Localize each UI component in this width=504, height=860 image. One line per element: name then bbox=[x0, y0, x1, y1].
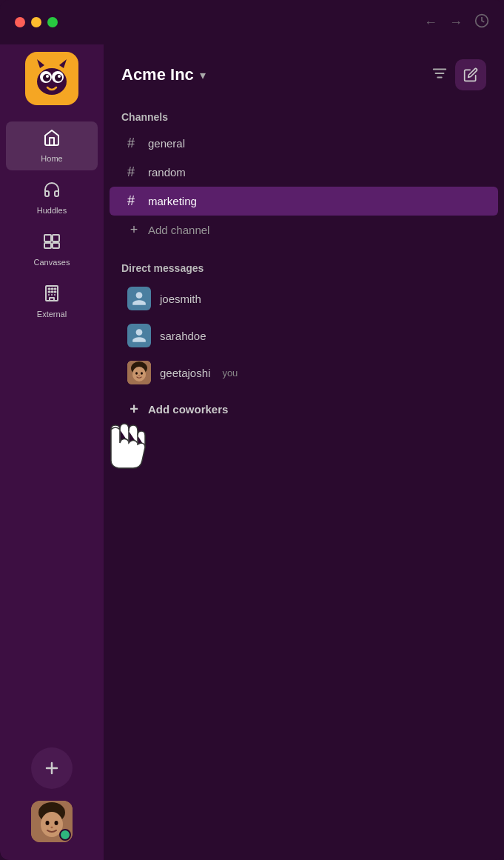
sidebar-item-external[interactable]: External bbox=[6, 277, 98, 326]
workspace-logo[interactable] bbox=[25, 52, 78, 105]
add-coworkers-item[interactable]: + Add coworkers bbox=[110, 394, 498, 424]
dm-name-sarahdoe: sarahdoe bbox=[160, 330, 206, 342]
compose-button[interactable] bbox=[455, 59, 486, 90]
channel-item-general[interactable]: # general bbox=[110, 129, 498, 158]
dm-name-geetajoshi: geetajoshi bbox=[160, 367, 210, 379]
channel-list-panel: Acme Inc ▾ bbox=[104, 44, 504, 860]
bottom-actions bbox=[0, 747, 104, 860]
channel-item-marketing[interactable]: # marketing bbox=[110, 187, 498, 216]
dm-name-joesmith: joesmith bbox=[160, 293, 201, 305]
sidebar-canvases-label: Canvases bbox=[34, 258, 70, 267]
hash-icon: # bbox=[127, 164, 141, 180]
filter-icon[interactable] bbox=[431, 65, 448, 85]
close-dot[interactable] bbox=[15, 17, 25, 27]
svg-point-50 bbox=[55, 821, 58, 825]
maximize-dot[interactable] bbox=[47, 17, 58, 27]
dm-section-label: Direct messages bbox=[104, 256, 504, 280]
titlebar: ← → bbox=[0, 0, 504, 44]
building-icon bbox=[43, 284, 61, 307]
avatar-sarahdoe bbox=[127, 324, 151, 347]
channel-panel-header: Acme Inc ▾ bbox=[104, 44, 504, 105]
svg-rect-12 bbox=[53, 235, 59, 241]
channel-name-general: general bbox=[148, 137, 185, 150]
svg-point-48 bbox=[41, 812, 63, 837]
svg-point-49 bbox=[46, 821, 50, 825]
window-controls bbox=[15, 17, 58, 27]
navigation-arrows: ← → bbox=[424, 13, 489, 32]
svg-rect-25 bbox=[50, 298, 54, 301]
avatar-joesmith bbox=[127, 287, 151, 310]
avatar-geetajoshi bbox=[127, 361, 151, 384]
svg-point-41 bbox=[135, 372, 138, 375]
add-coworkers-icon: + bbox=[127, 401, 141, 418]
hash-icon: # bbox=[127, 136, 141, 151]
dm-item-sarahdoe[interactable]: sarahdoe bbox=[110, 317, 498, 354]
forward-arrow-icon[interactable]: → bbox=[449, 15, 463, 30]
svg-rect-14 bbox=[53, 243, 59, 248]
workspace-name-text: Acme Inc bbox=[121, 65, 194, 84]
add-coworkers-label: Add coworkers bbox=[148, 403, 228, 416]
sidebar-item-huddles[interactable]: Huddles bbox=[6, 173, 98, 222]
you-badge: you bbox=[222, 367, 238, 379]
svg-rect-13 bbox=[44, 243, 51, 248]
svg-point-51 bbox=[51, 827, 53, 828]
header-actions bbox=[431, 59, 486, 90]
svg-point-42 bbox=[141, 372, 143, 375]
svg-rect-11 bbox=[44, 235, 51, 241]
channel-name-marketing: marketing bbox=[148, 195, 197, 207]
history-icon[interactable] bbox=[474, 13, 489, 32]
sidebar-huddles-label: Huddles bbox=[37, 206, 67, 215]
channel-name-random: random bbox=[148, 166, 186, 179]
headphones-icon bbox=[43, 181, 61, 203]
sidebar-external-label: External bbox=[37, 310, 67, 319]
svg-point-7 bbox=[46, 75, 49, 78]
svg-point-40 bbox=[132, 367, 146, 381]
svg-point-2 bbox=[37, 68, 67, 95]
dm-item-joesmith[interactable]: joesmith bbox=[110, 280, 498, 317]
online-status-dot bbox=[61, 831, 70, 840]
main-layout: Home Huddles bbox=[0, 44, 504, 860]
user-avatar[interactable] bbox=[31, 801, 73, 842]
sidebar-item-canvases[interactable]: Canvases bbox=[6, 225, 98, 274]
svg-point-43 bbox=[138, 375, 140, 376]
add-channel-label: Add channel bbox=[148, 224, 209, 236]
minimize-dot[interactable] bbox=[31, 17, 41, 27]
channel-item-random[interactable]: # random bbox=[110, 158, 498, 187]
dm-section: Direct messages joesmith bbox=[104, 256, 504, 424]
app-window: ← → bbox=[0, 0, 504, 860]
channels-section-label: Channels bbox=[104, 105, 504, 129]
workspace-name-container[interactable]: Acme Inc ▾ bbox=[121, 65, 206, 84]
home-icon bbox=[43, 129, 61, 151]
workspace-chevron-icon: ▾ bbox=[200, 68, 206, 82]
canvases-icon bbox=[43, 233, 61, 255]
svg-point-8 bbox=[58, 75, 61, 78]
add-channel-icon: + bbox=[127, 222, 141, 238]
hash-icon: # bbox=[127, 193, 141, 209]
add-workspace-button[interactable] bbox=[31, 747, 73, 789]
sidebar-item-home[interactable]: Home bbox=[6, 121, 98, 170]
add-channel-item[interactable]: + Add channel bbox=[110, 216, 498, 244]
workspace-sidebar: Home Huddles bbox=[0, 44, 104, 860]
back-arrow-icon[interactable]: ← bbox=[424, 15, 437, 30]
sidebar-home-label: Home bbox=[41, 154, 62, 163]
dm-item-geetajoshi[interactable]: geetajoshi you bbox=[110, 354, 498, 391]
